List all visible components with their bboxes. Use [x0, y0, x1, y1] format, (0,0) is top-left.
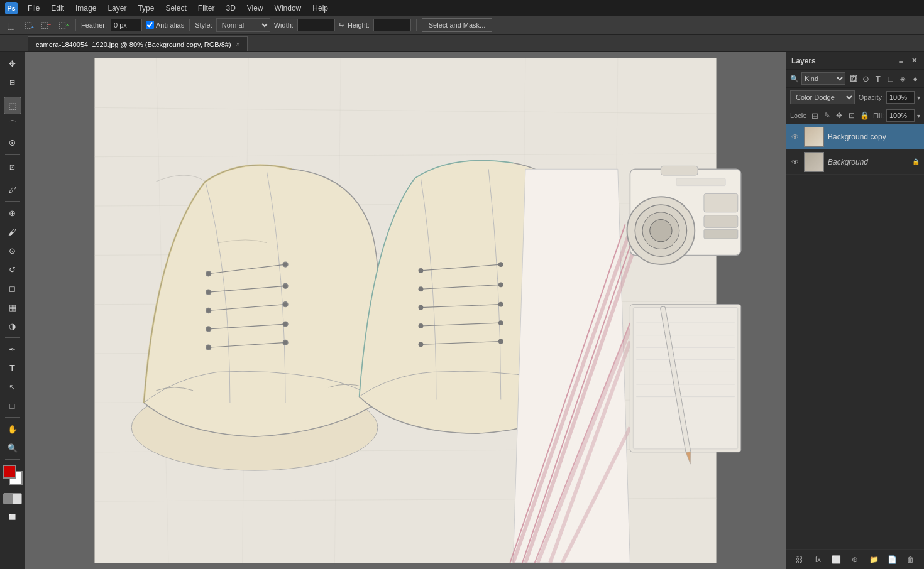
lock-transparent-icon[interactable]: ⊞	[810, 110, 819, 121]
tab-title: camera-1840054_1920.jpg @ 80% (Backgroun…	[36, 41, 231, 48]
height-input[interactable]	[373, 19, 411, 31]
tool-quick-select[interactable]: ⦿	[4, 134, 21, 152]
svg-point-21	[206, 271, 211, 276]
delete-layer-icon[interactable]: 🗑	[904, 553, 918, 566]
layer-visibility-bg-copy[interactable]: 👁	[790, 132, 800, 142]
new-group-icon[interactable]: 📁	[867, 553, 881, 566]
quick-mask-button[interactable]	[3, 493, 22, 504]
add-style-icon[interactable]: fx	[811, 553, 825, 566]
layer-item-bg[interactable]: 👁 Background 🔒	[786, 149, 924, 175]
marquee-intersect-icon[interactable]: ⬚×	[57, 18, 70, 32]
layer-lock-icon: 🔒	[911, 158, 920, 166]
tool-history[interactable]: ↺	[4, 261, 21, 278]
svg-rect-64	[704, 229, 738, 239]
menu-select[interactable]: Select	[160, 3, 191, 14]
tool-pen[interactable]: ✒	[4, 340, 21, 358]
swap-arrow-icon[interactable]: ⇆	[339, 21, 344, 28]
tool-hand[interactable]: ✋	[4, 420, 21, 438]
layer-filter-row: 🔍 Kind 🖼 ⊙ T □ ◈ ●	[786, 70, 924, 88]
anti-alias-checkbox[interactable]	[146, 21, 154, 29]
new-layer-icon[interactable]: 📄	[886, 553, 899, 566]
link-layers-icon[interactable]: ⛓	[793, 553, 806, 566]
tool-type[interactable]: T	[4, 359, 21, 377]
style-select[interactable]: Normal Fixed Ratio Fixed Size	[216, 18, 270, 32]
panel-collapse-icon[interactable]: ≡	[896, 56, 906, 66]
opacity-input[interactable]	[886, 91, 915, 104]
kind-filter-select[interactable]: Kind	[801, 72, 845, 85]
opacity-row: Opacity: ▾	[859, 91, 920, 104]
tool-eraser[interactable]: ◻	[4, 279, 21, 297]
tool-brush[interactable]: 🖌	[4, 223, 21, 241]
fill-input[interactable]	[886, 109, 915, 122]
menu-edit[interactable]: Edit	[46, 3, 69, 14]
layers-panel-header: Layers ≡ ✕	[786, 52, 924, 70]
menu-3d[interactable]: 3D	[221, 3, 240, 14]
tool-healing[interactable]: ⊕	[4, 204, 21, 222]
menu-window[interactable]: Window	[270, 3, 307, 14]
lock-brush-icon[interactable]: ✎	[823, 110, 832, 121]
tool-crop[interactable]: ⧄	[4, 158, 21, 175]
marquee-add-icon[interactable]: ⬚+	[21, 18, 35, 32]
svg-point-39	[498, 282, 503, 287]
lock-all-icon[interactable]: 🔒	[860, 110, 869, 121]
opacity-label: Opacity:	[859, 94, 884, 101]
layers-panel: Layers ≡ ✕ 🔍 Kind 🖼 ⊙ T □ ◈ ● NormalDiss…	[786, 52, 924, 569]
blend-mode-select[interactable]: NormalDissolveDarkenMultiplyColor BurnLi…	[790, 90, 855, 104]
filter-adj-icon[interactable]: ⊙	[861, 73, 871, 84]
height-label: Height:	[348, 21, 370, 29]
layers-panel-footer: ⛓ fx ⬜ ⊕ 📁 📄 🗑	[786, 549, 924, 569]
style-label: Style:	[195, 21, 212, 29]
tool-move[interactable]: ✥	[4, 55, 21, 72]
layer-item-bg-copy[interactable]: 👁 Background copy	[786, 124, 924, 149]
svg-point-24	[283, 283, 288, 288]
svg-point-36	[419, 268, 424, 273]
menu-layer[interactable]: Layer	[102, 3, 131, 14]
opacity-stepper-icon[interactable]: ▾	[917, 94, 920, 101]
screen-mode-button[interactable]: ⬜	[4, 508, 21, 526]
tool-artboard[interactable]: ⊟	[4, 73, 21, 91]
document-tab[interactable]: camera-1840054_1920.jpg @ 80% (Backgroun…	[28, 36, 248, 51]
new-fill-adj-icon[interactable]: ⊕	[848, 553, 862, 566]
add-mask-icon[interactable]: ⬜	[830, 553, 844, 566]
tool-eyedropper[interactable]: 🖊	[4, 181, 21, 198]
width-input[interactable]	[297, 19, 335, 31]
panel-expand-icon[interactable]: ✕	[909, 56, 919, 66]
marquee-rect-icon[interactable]: ⬚	[4, 18, 18, 32]
tool-gradient[interactable]: ▦	[4, 298, 21, 316]
fill-stepper-icon[interactable]: ▾	[917, 112, 920, 119]
svg-point-44	[419, 342, 424, 347]
tool-lasso[interactable]: ⌒	[4, 116, 21, 133]
feather-input[interactable]	[111, 19, 142, 31]
filter-smart-icon[interactable]: ◈	[898, 73, 908, 84]
filter-toggle-icon[interactable]: ●	[910, 73, 920, 84]
menu-view[interactable]: View	[242, 3, 268, 14]
filter-type-icon[interactable]: T	[873, 73, 883, 84]
menu-filter[interactable]: Filter	[193, 3, 220, 14]
lock-artboard-icon[interactable]: ⊡	[847, 110, 856, 121]
svg-point-27	[206, 327, 211, 332]
filter-pixel-icon[interactable]: 🖼	[848, 73, 858, 84]
tab-close-button[interactable]: ×	[236, 41, 240, 48]
menu-file[interactable]: File	[23, 3, 45, 14]
panel-header-icons: ≡ ✕	[896, 56, 919, 66]
filter-shape-icon[interactable]: □	[886, 73, 896, 84]
svg-rect-61	[676, 178, 725, 186]
layer-name-bg: Background	[828, 158, 908, 166]
tool-dodge[interactable]: ◑	[4, 317, 21, 335]
select-and-mask-button[interactable]: Select and Mask...	[422, 18, 493, 32]
menu-image[interactable]: Image	[70, 3, 101, 14]
tool-zoom[interactable]: 🔍	[4, 439, 21, 457]
menu-type[interactable]: Type	[133, 3, 159, 14]
menu-help[interactable]: Help	[307, 3, 333, 14]
lock-move-icon[interactable]: ✥	[835, 110, 844, 121]
tool-shape[interactable]: □	[4, 397, 21, 415]
svg-point-41	[498, 302, 503, 307]
layer-visibility-bg[interactable]: 👁	[790, 157, 800, 167]
lock-label: Lock:	[790, 112, 806, 119]
foreground-color-swatch[interactable]	[3, 465, 16, 479]
marquee-subtract-icon[interactable]: ⬚−	[39, 18, 53, 32]
options-toolbar: ⬚ ⬚+ ⬚− ⬚× Feather: Anti-alias Style: No…	[0, 16, 924, 35]
tool-path-select[interactable]: ↖	[4, 378, 21, 396]
tool-stamp[interactable]: ⊙	[4, 242, 21, 259]
tool-rect-select[interactable]: ⬚	[4, 97, 21, 114]
